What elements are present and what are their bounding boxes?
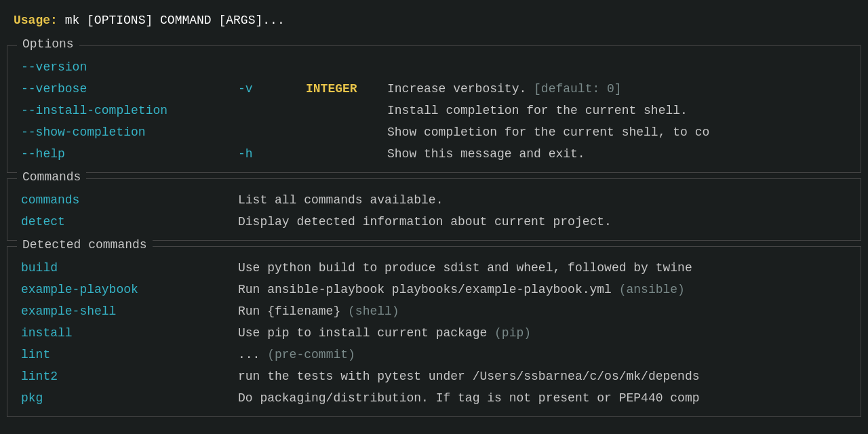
option-name: --verbose bbox=[21, 79, 238, 100]
detected-command-desc: run the tests with pytest under /Users/s… bbox=[238, 366, 847, 387]
detected-command-desc: ... (pre-commit) bbox=[238, 344, 847, 366]
usage-keyword: Usage: bbox=[14, 14, 58, 27]
table-row: install Use pip to install current packa… bbox=[21, 323, 847, 344]
options-content: --version --verbose -v INTEGER Increase … bbox=[7, 53, 861, 165]
detected-command-name: example-shell bbox=[21, 301, 238, 322]
option-name: --help bbox=[21, 144, 238, 165]
detected-command-desc: Run ansible-playbook playbooks/example-p… bbox=[238, 279, 847, 300]
detected-command-tag: (ansible) bbox=[619, 283, 685, 296]
option-desc: Increase verbosity. [default: 0] bbox=[387, 79, 847, 100]
table-row: lint2 run the tests with pytest under /U… bbox=[21, 366, 847, 388]
option-desc: Install completion for the current shell… bbox=[387, 100, 847, 121]
commands-content: commands List all commands available. de… bbox=[7, 186, 861, 233]
option-desc: Show completion for the current shell, t… bbox=[387, 122, 847, 143]
command-name: detect bbox=[21, 212, 238, 233]
detected-commands-section-label: Detected commands bbox=[17, 238, 153, 252]
detected-command-desc: Do packaging/distribution. If tag is not… bbox=[238, 388, 847, 409]
table-row: --help -h Show this message and exit. bbox=[21, 144, 847, 165]
table-row: pkg Do packaging/distribution. If tag is… bbox=[21, 388, 847, 410]
detected-command-name: pkg bbox=[21, 388, 238, 409]
options-section: Options --version --verbose -v INTEGER I… bbox=[7, 45, 861, 173]
detected-commands-content: build Use python build to produce sdist … bbox=[7, 254, 861, 410]
option-type: INTEGER bbox=[306, 79, 387, 100]
detected-commands-section: Detected commands build Use python build… bbox=[7, 246, 861, 417]
option-short: -v bbox=[238, 79, 306, 100]
commands-section: Commands commands List all commands avai… bbox=[7, 178, 861, 241]
detected-command-name: install bbox=[21, 323, 238, 344]
options-section-label: Options bbox=[17, 37, 79, 51]
table-row: detect Display detected information abou… bbox=[21, 212, 847, 233]
usage-command: mk [OPTIONS] COMMAND [ARGS]... bbox=[65, 14, 285, 27]
table-row: --show-completion Show completion for th… bbox=[21, 122, 847, 144]
table-row: example-playbook Run ansible-playbook pl… bbox=[21, 279, 847, 301]
commands-section-label: Commands bbox=[17, 170, 86, 184]
detected-command-tag: (pre-commit) bbox=[267, 348, 355, 361]
table-row: --version bbox=[21, 57, 847, 79]
detected-command-name: lint bbox=[21, 344, 238, 366]
table-row: example-shell Run {filename} (shell) bbox=[21, 301, 847, 323]
command-desc: List all commands available. bbox=[238, 190, 847, 211]
table-row: build Use python build to produce sdist … bbox=[21, 258, 847, 279]
option-desc: Show this message and exit. bbox=[387, 144, 847, 165]
option-name: --version bbox=[21, 57, 238, 78]
detected-command-tag: (pip) bbox=[494, 326, 531, 340]
table-row: commands List all commands available. bbox=[21, 190, 847, 212]
detected-command-desc: Use python build to produce sdist and wh… bbox=[238, 258, 847, 279]
detected-command-tag: (shell) bbox=[348, 304, 399, 318]
detected-command-desc: Run {filename} (shell) bbox=[238, 301, 847, 322]
usage-line: Usage: mk [OPTIONS] COMMAND [ARGS]... bbox=[0, 7, 868, 40]
option-name: --show-completion bbox=[21, 122, 238, 143]
command-name: commands bbox=[21, 190, 238, 211]
table-row: lint ... (pre-commit) bbox=[21, 344, 847, 366]
option-default: [default: 0] bbox=[534, 82, 622, 96]
detected-command-name: example-playbook bbox=[21, 279, 238, 300]
detected-command-name: build bbox=[21, 258, 238, 279]
detected-command-desc: Use pip to install current package (pip) bbox=[238, 323, 847, 344]
table-row: --install-completion Install completion … bbox=[21, 100, 847, 122]
command-desc: Display detected information about curre… bbox=[238, 212, 847, 233]
table-row: --verbose -v INTEGER Increase verbosity.… bbox=[21, 79, 847, 100]
option-name: --install-completion bbox=[21, 100, 238, 121]
detected-command-name: lint2 bbox=[21, 366, 238, 387]
option-short: -h bbox=[238, 144, 306, 165]
